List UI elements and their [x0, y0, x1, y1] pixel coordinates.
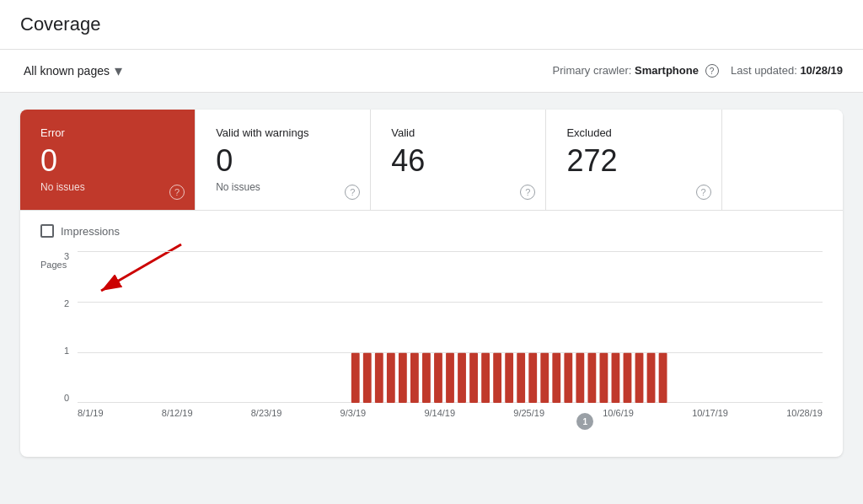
valid-warnings-value: 0	[216, 146, 350, 176]
svg-rect-15	[505, 353, 513, 403]
valid-help-icon[interactable]: ?	[520, 185, 535, 200]
toolbar: All known pages ▾ Primary crawler: Smart…	[0, 50, 863, 93]
valid-warnings-help-icon[interactable]: ?	[345, 185, 360, 200]
last-updated-label: Last updated:	[731, 64, 797, 77]
stat-valid-warnings[interactable]: Valid with warnings 0 No issues ?	[196, 110, 371, 210]
chevron-down-icon: ▾	[115, 62, 122, 80]
stat-excluded[interactable]: Excluded 272 ?	[546, 110, 721, 210]
x-label-8: 10/28/19	[786, 408, 823, 418]
coverage-card: Error 0 No issues ? Valid with warnings …	[20, 110, 843, 457]
svg-rect-23	[600, 353, 608, 403]
stat-valid[interactable]: Valid 46 ?	[371, 110, 546, 210]
svg-rect-3	[363, 353, 372, 403]
primary-crawler-value: Smartphone	[635, 64, 699, 77]
main-content: Error 0 No issues ? Valid with warnings …	[0, 93, 863, 474]
y-label-1: 1	[64, 346, 69, 356]
x-label-5: 9/25/19	[513, 408, 544, 418]
svg-rect-27	[647, 353, 656, 403]
chart-plot-area: 1	[78, 251, 823, 403]
error-sublabel: No issues	[40, 181, 174, 193]
stat-error[interactable]: Error 0 No issues ?	[20, 110, 196, 210]
x-label-3: 9/3/19	[340, 408, 367, 418]
svg-rect-26	[635, 353, 644, 403]
svg-rect-18	[540, 353, 549, 403]
toolbar-right: Primary crawler: Smartphone ? Last updat…	[553, 64, 843, 78]
x-label-7: 10/17/19	[692, 408, 728, 418]
svg-rect-7	[410, 353, 419, 403]
header: Coverage	[0, 0, 863, 50]
svg-rect-28	[659, 353, 667, 403]
svg-rect-6	[399, 353, 407, 403]
svg-rect-25	[624, 353, 632, 403]
svg-rect-4	[375, 353, 383, 403]
valid-label: Valid	[391, 126, 525, 139]
excluded-help-icon[interactable]: ?	[696, 185, 711, 200]
x-label-2: 8/23/19	[251, 408, 282, 418]
svg-rect-11	[458, 353, 466, 403]
svg-rect-14	[493, 353, 501, 403]
valid-warnings-label: Valid with warnings	[216, 126, 350, 139]
bars-chart	[78, 251, 823, 403]
y-label-2: 2	[64, 298, 69, 308]
svg-rect-13	[481, 353, 490, 403]
x-axis-labels: 8/1/19 8/12/19 8/23/19 9/3/19 9/14/19 9/…	[78, 408, 823, 418]
pages-dropdown[interactable]: All known pages ▾	[20, 58, 126, 83]
x-label-1: 8/12/19	[162, 408, 193, 418]
svg-rect-17	[528, 353, 537, 403]
svg-rect-10	[446, 353, 454, 403]
svg-rect-2	[351, 353, 360, 403]
svg-rect-24	[612, 353, 620, 403]
impressions-checkbox[interactable]	[40, 224, 54, 238]
y-axis-labels: 3 2 1 0	[40, 251, 74, 403]
x-label-0: 8/1/19	[78, 408, 104, 418]
chart-section: Impressions Pages	[20, 211, 843, 457]
excluded-label: Excluded	[566, 126, 700, 139]
excluded-value: 272	[566, 146, 700, 176]
svg-rect-22	[587, 353, 596, 403]
error-value: 0	[40, 146, 174, 176]
page-title: Coverage	[20, 13, 100, 35]
svg-rect-9	[434, 353, 442, 403]
stats-row: Error 0 No issues ? Valid with warnings …	[20, 110, 843, 211]
dropdown-label: All known pages	[24, 64, 110, 78]
svg-rect-12	[469, 353, 478, 403]
svg-rect-16	[517, 353, 525, 403]
y-label-3: 3	[64, 251, 69, 261]
svg-rect-5	[387, 353, 395, 403]
x-label-4: 9/14/19	[424, 408, 455, 418]
svg-rect-8	[422, 353, 431, 403]
impressions-row: Impressions	[40, 224, 823, 238]
error-label: Error	[40, 126, 174, 139]
valid-value: 46	[391, 146, 525, 176]
valid-warnings-sublabel: No issues	[216, 181, 350, 193]
x-label-6: 10/6/19	[603, 408, 634, 418]
error-help-icon[interactable]: ?	[169, 185, 185, 200]
stat-empty	[722, 110, 843, 210]
primary-crawler-label: Primary crawler:	[553, 64, 632, 77]
impressions-label: Impressions	[61, 225, 120, 238]
chart-wrapper: Pages 3 2 1 0	[40, 251, 823, 437]
svg-rect-19	[552, 353, 560, 403]
last-updated-value: 10/28/19	[800, 64, 843, 77]
svg-rect-20	[564, 353, 572, 403]
help-icon[interactable]: ?	[705, 64, 719, 78]
svg-rect-21	[576, 353, 584, 403]
y-label-0: 0	[64, 393, 69, 403]
